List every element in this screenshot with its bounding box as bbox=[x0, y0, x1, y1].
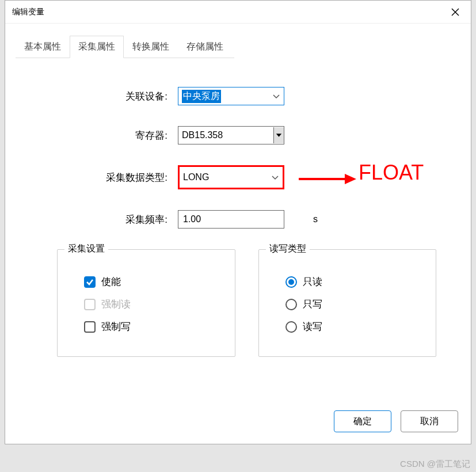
freq-input[interactable] bbox=[178, 210, 284, 229]
tab-collect[interactable]: 采集属性 bbox=[70, 36, 124, 58]
tab-transform[interactable]: 转换属性 bbox=[124, 36, 178, 58]
writeonly-radio-row[interactable]: 只写 bbox=[273, 298, 422, 311]
register-label: 寄存器: bbox=[5, 129, 178, 142]
force-write-checkbox-row[interactable]: 强制写 bbox=[71, 320, 221, 333]
check-icon bbox=[86, 278, 94, 286]
close-icon bbox=[451, 8, 459, 16]
enable-label: 使能 bbox=[101, 275, 121, 288]
tab-basic[interactable]: 基本属性 bbox=[16, 36, 70, 58]
enable-checkbox-row[interactable]: 使能 bbox=[71, 275, 221, 288]
datatype-label: 采集数据类型: bbox=[5, 171, 178, 184]
close-button[interactable] bbox=[447, 3, 464, 21]
chevron-down-icon bbox=[271, 173, 279, 181]
force-read-label: 强制读 bbox=[101, 298, 131, 311]
dialog-title: 编辑变量 bbox=[12, 7, 44, 17]
tab-storage[interactable]: 存储属性 bbox=[178, 36, 232, 58]
enable-checkbox[interactable] bbox=[84, 276, 96, 288]
readwrite-label: 读写 bbox=[303, 320, 322, 333]
form-area: 关联设备: 中央泵房 寄存器: DB15.358 bbox=[5, 58, 471, 357]
writeonly-radio[interactable] bbox=[285, 299, 297, 310]
group-rw-title: 读写类型 bbox=[266, 243, 310, 255]
force-read-checkbox-row: 强制读 bbox=[71, 298, 221, 311]
edit-variable-dialog: 编辑变量 基本属性 采集属性 转换属性 存储属性 关联设备: 中央泵房 bbox=[5, 0, 471, 444]
force-read-checkbox bbox=[84, 299, 96, 310]
device-combo[interactable]: 中央泵房 bbox=[178, 87, 284, 105]
device-value: 中央泵房 bbox=[182, 90, 221, 103]
freq-unit: s bbox=[313, 214, 318, 224]
datatype-value: LONG bbox=[183, 172, 209, 182]
group-rw-type: 读写类型 只读 只写 读写 bbox=[258, 249, 437, 357]
readwrite-radio[interactable] bbox=[285, 321, 297, 333]
chevron-down-icon bbox=[272, 92, 280, 100]
device-label: 关联设备: bbox=[5, 90, 178, 103]
datatype-combo[interactable]: LONG bbox=[178, 165, 284, 189]
group-collect-settings: 采集设置 使能 强制读 强制写 bbox=[57, 249, 235, 357]
group-collect-title: 采集设置 bbox=[64, 243, 108, 255]
freq-label: 采集频率: bbox=[5, 213, 178, 226]
register-value: DB15.358 bbox=[182, 130, 223, 140]
cancel-button[interactable]: 取消 bbox=[401, 410, 458, 432]
writeonly-label: 只写 bbox=[303, 298, 322, 311]
ok-button[interactable]: 确定 bbox=[334, 410, 391, 432]
readwrite-radio-row[interactable]: 读写 bbox=[273, 320, 422, 333]
dropdown-icon bbox=[273, 127, 284, 143]
svg-marker-2 bbox=[276, 134, 281, 137]
readonly-radio-row[interactable]: 只读 bbox=[273, 275, 422, 288]
readonly-radio[interactable] bbox=[285, 276, 297, 288]
tab-bar: 基本属性 采集属性 转换属性 存储属性 bbox=[16, 35, 234, 58]
dialog-buttons: 确定 取消 bbox=[334, 410, 458, 432]
watermark: CSDN @雷工笔记 bbox=[400, 459, 470, 470]
force-write-checkbox[interactable] bbox=[84, 321, 96, 333]
titlebar: 编辑变量 bbox=[5, 1, 471, 24]
readonly-label: 只读 bbox=[303, 275, 322, 288]
register-combo[interactable]: DB15.358 bbox=[178, 126, 284, 144]
force-write-label: 强制写 bbox=[101, 320, 131, 333]
